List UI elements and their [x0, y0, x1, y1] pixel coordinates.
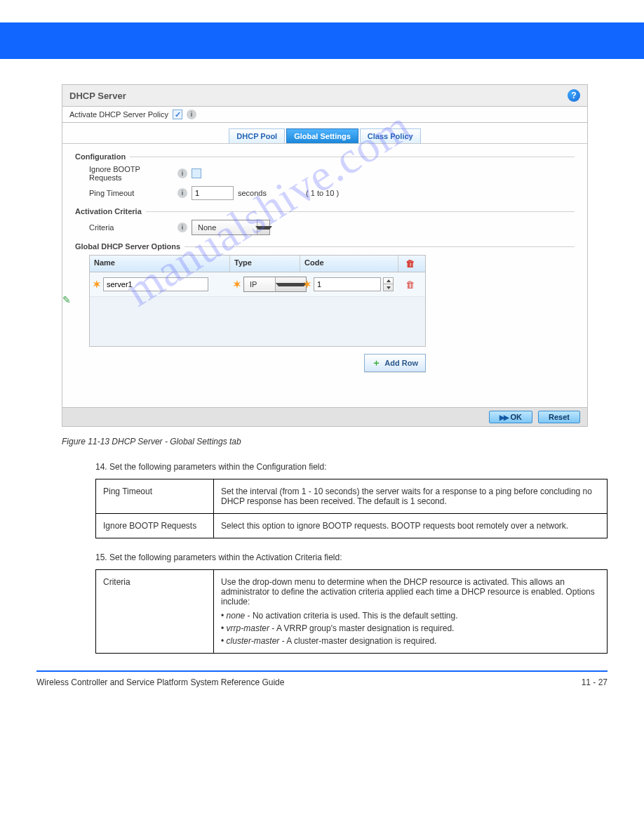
- info-icon[interactable]: i: [187, 110, 196, 119]
- table-row: Ignore BOOTP Requests Select this option…: [96, 514, 608, 538]
- table-row: ✶ ✶ IP ✶: [90, 272, 425, 297]
- bullet-text: - A VRRP group's master designation is r…: [269, 623, 455, 633]
- trash-icon[interactable]: 🗑: [405, 279, 415, 290]
- seconds-label: seconds: [238, 189, 267, 197]
- header-bar: [0, 22, 644, 59]
- ignore-bootp-label: Ignore BOOTP Requests: [89, 165, 173, 182]
- criteria-value: None: [192, 223, 222, 232]
- config-intro-text: Set the following parameters within the …: [109, 462, 327, 472]
- activation-title: Activation Criteria: [75, 207, 575, 216]
- activate-label: Activate DHCP Server Policy: [69, 110, 168, 119]
- add-row-button[interactable]: ＋ Add Row: [364, 354, 426, 372]
- bullet-label: cluster-master: [227, 636, 280, 646]
- code-spinner[interactable]: [383, 277, 394, 291]
- bullet-label: none: [227, 611, 246, 621]
- footer-rule: [36, 670, 608, 672]
- spin-up-icon[interactable]: [384, 278, 393, 284]
- options-table: Name Type Code 🗑 ✶ ✶ IP: [89, 255, 426, 347]
- page-footer: Wireless Controller and Service Platform…: [36, 677, 608, 687]
- col-name: Name: [90, 256, 230, 272]
- info-icon[interactable]: i: [177, 188, 187, 198]
- bullet-text: - No activation criteria is used. This i…: [245, 611, 457, 621]
- param-key: Ignore BOOTP Requests: [96, 514, 214, 538]
- col-type: Type: [230, 256, 300, 272]
- configuration-title: Configuration: [75, 152, 575, 161]
- panel-header: DHCP Server ?: [62, 85, 587, 107]
- panel-title: DHCP Server: [69, 91, 126, 101]
- ping-timeout-label: Ping Timeout: [89, 189, 173, 197]
- reset-label: Reset: [549, 413, 570, 421]
- activate-checkbox[interactable]: ✓: [173, 110, 182, 119]
- param-value: Use the drop-down menu to determine when…: [214, 570, 608, 654]
- tab-class-policy[interactable]: Class Policy: [360, 128, 421, 143]
- spin-down-icon[interactable]: [384, 284, 393, 291]
- col-code: Code: [300, 256, 398, 272]
- ping-timeout-input[interactable]: [192, 186, 234, 200]
- configuration-section: Configuration Ignore BOOTP Requests i Pi…: [75, 152, 575, 200]
- forward-icon: ▶▶: [499, 413, 508, 421]
- figure-caption: Figure 11-13 DHCP Server - Global Settin…: [62, 437, 588, 446]
- name-input[interactable]: [103, 277, 208, 291]
- footer-right: 11 - 27: [582, 677, 608, 687]
- activate-row: Activate DHCP Server Policy ✓ i: [62, 107, 587, 123]
- required-icon: ✶: [303, 279, 311, 290]
- info-icon[interactable]: i: [177, 168, 187, 178]
- param-value: Select this option to ignore BOOTP reque…: [214, 514, 608, 538]
- criteria-select[interactable]: None: [192, 220, 270, 235]
- col-delete: 🗑: [398, 256, 421, 272]
- tab-dhcp-pool[interactable]: DHCP Pool: [229, 128, 285, 143]
- ignore-bootp-checkbox[interactable]: [192, 168, 201, 178]
- activation-table: Criteria Use the drop-down menu to deter…: [95, 569, 608, 654]
- required-icon: ✶: [233, 279, 241, 290]
- ok-button[interactable]: ▶▶ OK: [489, 411, 533, 423]
- plus-icon: ＋: [372, 357, 381, 369]
- ok-label: OK: [511, 413, 523, 421]
- tab-global-settings[interactable]: Global Settings: [286, 128, 358, 143]
- panel-footer: ▶▶ OK Reset: [62, 407, 587, 426]
- tab-bar: DHCP Pool Global Settings Class Policy: [62, 128, 587, 144]
- ping-timeout-row: Ping Timeout i seconds ( 1 to 10 ): [89, 186, 575, 200]
- config-params-table: Ping Timeout Set the interval (from 1 - …: [95, 479, 608, 538]
- activation-intro-text: Set the following parameters within the …: [109, 552, 342, 562]
- reset-button[interactable]: Reset: [538, 411, 580, 423]
- trash-icon[interactable]: 🗑: [405, 258, 415, 269]
- type-value: IP: [244, 280, 275, 289]
- chevron-down-icon: [257, 220, 269, 234]
- edit-icon[interactable]: ✎: [62, 294, 71, 305]
- dhcp-panel: DHCP Server ? Activate DHCP Server Polic…: [62, 84, 588, 427]
- param-key: Ping Timeout: [96, 479, 214, 514]
- ignore-bootp-row: Ignore BOOTP Requests i: [89, 165, 575, 182]
- table-row: Ping Timeout Set the interval (from 1 - …: [96, 479, 608, 514]
- criteria-label: Criteria: [89, 223, 173, 232]
- options-section: Global DHCP Server Options ✎ Name Type C…: [75, 242, 575, 372]
- bullet-text: - A cluster-master designation is requir…: [279, 636, 436, 646]
- bullet-label: vrrp-master: [227, 623, 269, 633]
- info-icon[interactable]: i: [177, 223, 187, 232]
- criteria-row: Criteria i None: [89, 220, 575, 235]
- type-select[interactable]: IP: [243, 277, 307, 292]
- options-title: Global DHCP Server Options: [75, 242, 575, 251]
- activation-intro: 15. Set the following parameters within …: [95, 552, 608, 562]
- options-head-row: Name Type Code 🗑: [90, 256, 425, 272]
- activation-section: Activation Criteria Criteria i None: [75, 207, 575, 235]
- param-value: Set the interval (from 1 - 10 seconds) t…: [214, 479, 608, 514]
- ping-range-label: ( 1 to 10 ): [306, 189, 339, 197]
- add-row-label: Add Row: [384, 359, 418, 367]
- config-intro: 14. Set the following parameters within …: [95, 462, 588, 472]
- help-icon[interactable]: ?: [568, 89, 580, 102]
- table-blank: [90, 297, 425, 346]
- required-icon: ✶: [93, 279, 101, 290]
- code-input[interactable]: [314, 277, 381, 291]
- table-row: Criteria Use the drop-down menu to deter…: [96, 570, 608, 654]
- param-key: Criteria: [96, 570, 214, 654]
- footer-left: Wireless Controller and Service Platform…: [36, 677, 284, 687]
- criteria-desc: Use the drop-down menu to determine when…: [221, 577, 595, 607]
